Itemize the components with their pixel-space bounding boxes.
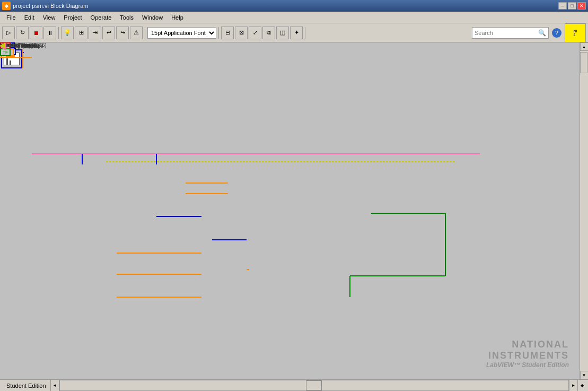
menu-window[interactable]: Window — [138, 13, 167, 22]
menu-edit[interactable]: Edit — [20, 13, 39, 22]
warn-button[interactable]: ⚠ — [130, 27, 143, 39]
menu-tools[interactable]: Tools — [116, 13, 138, 22]
separator-3 — [218, 27, 219, 39]
help-button[interactable]: ? — [552, 28, 561, 38]
scroll-thumb-v[interactable] — [580, 52, 587, 73]
dist-button[interactable]: ⊠ — [235, 27, 248, 39]
reorder-button[interactable]: ⧉ — [262, 27, 275, 39]
resize-button[interactable]: ⤢ — [249, 27, 261, 39]
search-input[interactable] — [475, 30, 538, 36]
close-button[interactable]: ✕ — [577, 2, 586, 10]
pause-button[interactable]: ⏸ — [43, 27, 56, 39]
scroll-left-button[interactable]: ◄ — [51, 380, 59, 391]
horizontal-scrollbar[interactable] — [59, 380, 569, 391]
separator-2 — [145, 27, 145, 39]
vertical-scrollbar[interactable]: ▲ ▼ — [580, 42, 588, 379]
run-continuously-button[interactable]: ↻ — [16, 27, 29, 39]
scroll-thumb-h[interactable] — [306, 380, 322, 390]
ni-watermark: NATIONALINSTRUMENTS LabVIEW™ Student Edi… — [486, 339, 569, 369]
scroll-corner: ◆ — [577, 380, 586, 391]
scroll-right-button[interactable]: ► — [569, 380, 577, 391]
main-area: Bytes Per Packet (15) U32 Baud Rate (115… — [0, 42, 588, 379]
ni-corner-icon: NI2 — [565, 23, 586, 42]
menu-file[interactable]: File — [2, 13, 20, 22]
separator-1 — [58, 27, 59, 39]
menu-help[interactable]: Help — [167, 13, 188, 22]
menu-bar: File Edit View Project Operate Tools Win… — [0, 12, 588, 23]
highlight-button[interactable]: 💡 — [61, 27, 74, 39]
retain-wire-button[interactable]: ⊞ — [75, 27, 87, 39]
toolbar: ▷ ↻ ⏹ ⏸ 💡 ⊞ ⇥ ↩ ↪ ⚠ 15pt Application Fon… — [0, 23, 588, 42]
menu-view[interactable]: View — [39, 13, 60, 22]
step-out-button[interactable]: ↪ — [116, 27, 129, 39]
clean-button[interactable]: ✦ — [290, 27, 303, 39]
status-bar: Student Edition ◄ ► ◆ — [0, 379, 588, 391]
search-box[interactable]: 🔍 — [472, 27, 549, 39]
run-button[interactable]: ▷ — [2, 27, 15, 39]
step-into-button[interactable]: ↩ — [102, 27, 115, 39]
abort-button[interactable]: ⏹ — [30, 27, 42, 39]
student-edition-label: Student Edition — [2, 380, 51, 391]
scroll-up-button[interactable]: ▲ — [580, 42, 589, 51]
window-controls[interactable]: ─ □ ✕ — [558, 2, 586, 10]
scroll-down-button[interactable]: ▼ — [580, 371, 589, 379]
tunnel-right-yellow — [0, 42, 5, 49]
menu-project[interactable]: Project — [59, 13, 86, 22]
app-icon: ◆ — [2, 2, 11, 10]
font-select[interactable]: 15pt Application Font — [147, 27, 216, 39]
cluster-button[interactable]: ◫ — [276, 27, 289, 39]
title-bar: ◆ project psm.vi Block Diagram ─ □ ✕ — [0, 0, 588, 12]
block-diagram-canvas[interactable]: Bytes Per Packet (15) U32 Baud Rate (115… — [0, 42, 580, 379]
maximize-button[interactable]: □ — [568, 2, 576, 10]
search-icon[interactable]: 🔍 — [538, 29, 546, 37]
align-button[interactable]: ⊟ — [221, 27, 234, 39]
menu-operate[interactable]: Operate — [86, 13, 116, 22]
window-title: project psm.vi Block Diagram — [13, 3, 558, 9]
minimize-button[interactable]: ─ — [558, 2, 567, 10]
separator-4 — [305, 27, 305, 39]
wire-layer — [0, 42, 580, 379]
step-over-button[interactable]: ⇥ — [89, 27, 101, 39]
